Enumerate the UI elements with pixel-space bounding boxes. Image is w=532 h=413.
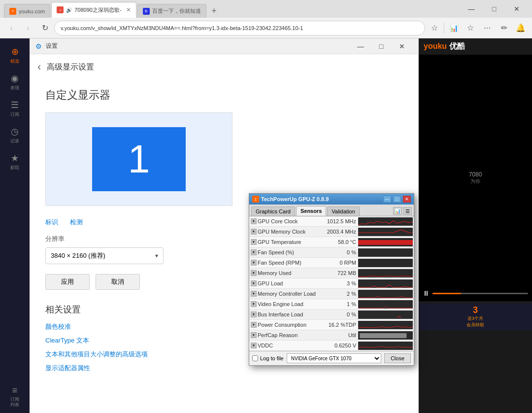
fan-speed-rpm-label: Fan Speed (RPM) [258,260,323,266]
power-consumption-value: 16.2 %TDP [323,322,358,328]
vddc-dropdown[interactable]: ▾ [251,343,257,348]
new-tab-button[interactable]: + [207,4,221,18]
video-tab-close[interactable]: ✕ [126,6,131,13]
gpuz-tab-validation[interactable]: Validation [327,206,360,216]
log-to-file-checkbox[interactable]: Log to file [252,355,284,361]
sidebar-item-jingxuan[interactable]: ⊕ 精选 [2,42,28,68]
close-button[interactable]: ✕ [505,1,528,17]
memory-used-value: 722 MB [323,270,358,276]
bus-interface-load-label: Bus Interface Load [258,311,323,317]
fan-speed-rpm-dropdown[interactable]: ▾ [251,260,257,266]
gpu-temperature-graph [358,238,413,246]
address-bar[interactable]: v.youku.com/v_show/id_XMTYxNzM3NDU4MA==.… [54,21,425,35]
gpuz-tab-sensors[interactable]: Sensors [296,206,326,216]
toolbar-divider [444,23,444,33]
fan-speed-pct-graph [358,248,413,257]
settings-gear-icon: ⚙ [35,42,42,50]
fan-speed-pct-label: Fan Speed (%) [258,249,323,255]
sidebar-item-faxian[interactable]: ◉ 发现 [2,69,28,95]
sidebar-label-yingyuan: 影院 [10,165,19,171]
tab-youku-inactive[interactable]: Y youku.com [4,4,50,18]
video-engine-load-dropdown[interactable]: ▾ [251,301,257,307]
tab-video-active[interactable]: ♪ 🔊 708090之深圳恋歌- ✕ [51,2,136,18]
settings-section-title: 自定义显示器 [45,88,402,103]
video-top-strip: youku 优酷 [419,38,532,55]
dingyue-icon: ☰ [11,100,19,110]
log-checkbox[interactable] [252,355,258,361]
memory-used-dropdown[interactable]: ▾ [251,270,257,276]
minimize-button[interactable]: — [460,1,483,17]
settings-maximize-btn[interactable]: □ [371,39,392,53]
svg-rect-7 [358,240,413,245]
tab-baidu[interactable]: B 百度一下，你就知道 [137,4,206,18]
gpuz-minimize-btn[interactable]: — [383,196,391,203]
profile-icon[interactable]: 🔔 [513,21,528,35]
power-consumption-dropdown[interactable]: ▾ [251,322,257,328]
cancel-button[interactable]: 取消 [96,274,140,290]
settings-tab-identify[interactable]: 标识 [45,218,58,227]
video-engine-load-value: 1 % [323,301,358,307]
refresh-button[interactable]: ↻ [37,21,52,35]
gpu-load-dropdown[interactable]: ▾ [251,280,257,286]
memory-controller-load-dropdown[interactable]: ▾ [251,291,257,297]
forward-nav-button[interactable]: › [21,21,35,35]
video-engine-load-label: Video Engine Load [258,301,323,307]
settings-minimize-btn[interactable]: — [350,39,371,53]
svg-rect-20 [358,342,413,350]
gpuz-row-power-consumption: ▾ Power Consumption 16.2 %TDP [249,320,414,330]
gpuz-tab-graphics[interactable]: Graphics Card [251,206,295,216]
gpu-core-clock-dropdown[interactable]: ▾ [251,218,257,224]
gpuz-row-gpu-core-clock: ▾ GPU Core Clock 1012.5 MHz [249,216,414,227]
vddc-label: VDDC [258,343,323,348]
power-consumption-graph [358,321,413,329]
svg-rect-13 [358,300,413,309]
gpu-memory-clock-value: 2003.4 MHz [323,229,358,235]
hub-icon[interactable]: ✏ [497,21,511,35]
gpuz-row-gpu-temperature: ▾ GPU Temperature 58.0 °C [249,237,414,247]
perfcap-reason-dropdown[interactable]: ▾ [251,332,257,338]
video-tab-playing-icon: 🔊 [66,7,72,13]
collections-icon[interactable]: 📊 [446,21,461,35]
settings-back-icon[interactable]: ‹ [37,61,41,73]
play-pause-icon[interactable]: ⏸ [423,289,430,297]
gpuz-restore-btn[interactable]: □ [393,196,401,203]
svg-rect-12 [358,290,413,298]
perfcap-reason-value: Util [323,332,358,338]
favorites-icon[interactable]: ☆ [463,21,478,35]
progress-bar[interactable] [432,293,528,294]
bus-interface-load-dropdown[interactable]: ▾ [251,311,257,317]
bookmark-icon[interactable]: ☆ [427,21,442,35]
gpu-memory-clock-label: GPU Memory Clock [258,229,323,235]
settings-header: ‹ 高级显示设置 [30,54,418,80]
address-bar-row: ‹ › ↻ v.youku.com/v_show/id_XMTYxNzM3NDU… [0,18,532,38]
gpuz-device-select[interactable]: NVIDIA GeForce GTX 1070 [287,353,381,363]
gpuz-row-memory-controller-load: ▾ Memory Controller Load 2 % [249,289,414,299]
resolution-select[interactable]: 3840 × 2160 (推荐) ▾ [45,247,164,264]
bus-interface-load-value: 0 % [323,311,358,317]
sidebar-item-jilu[interactable]: ◷ 记录 [2,122,28,148]
back-nav-button[interactable]: ‹ [4,21,19,35]
monitor-display: 1 [92,127,186,191]
gpu-temperature-value: 58.0 °C [323,239,358,245]
sidebar-item-yingyuan[interactable]: ★ 影院 [2,149,28,174]
gpuz-close-btn-title[interactable]: ✕ [403,196,411,203]
apply-button[interactable]: 应用 [45,274,90,290]
gpuz-close-button[interactable]: Close [384,353,411,363]
sidebar-item-dingyue[interactable]: ☰ 订阅 [2,96,28,121]
fan-speed-pct-dropdown[interactable]: ▾ [251,249,257,255]
sidebar-label-dingyue: 订阅 [10,111,19,118]
gpuz-row-gpu-memory-clock: ▾ GPU Memory Clock 2003.4 MHz [249,227,414,237]
maximize-button[interactable]: □ [483,1,505,17]
gpuz-footer: Log to file NVIDIA GeForce GTX 1070 Clos… [249,351,414,365]
menu-button[interactable]: ⋯ [480,21,495,35]
settings-close-btn[interactable]: ✕ [392,39,412,53]
gpuz-icon-graph[interactable]: 📊 [393,207,402,215]
list-icon: ≡ [12,385,18,396]
sidebar-item-list[interactable]: ≡ 订阅列表 [2,383,28,409]
settings-tab-detect[interactable]: 检测 [70,218,83,227]
resolution-chevron: ▾ [155,252,158,259]
gpu-temperature-dropdown[interactable]: ▾ [251,239,257,245]
gpuz-icon-settings[interactable]: ☰ [403,207,412,215]
gpu-memory-clock-dropdown[interactable]: ▾ [251,229,257,235]
tab-bar: Y youku.com ♪ 🔊 708090之深圳恋歌- ✕ B 百度一下，你就… [0,0,532,18]
